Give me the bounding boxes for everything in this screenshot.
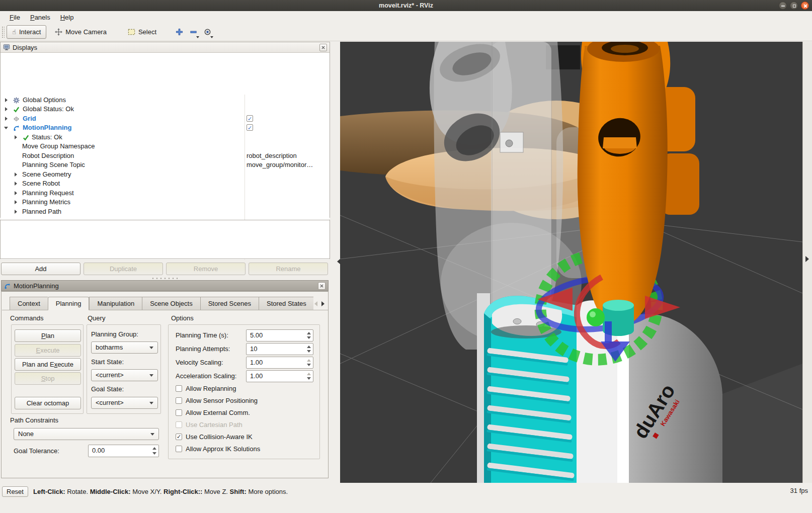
tree-row-label: Planning Scene Topic (22, 160, 85, 169)
checkbox-icon[interactable] (176, 397, 182, 404)
goal-tolerance-value: 0.00 (92, 445, 105, 456)
reset-button[interactable]: Reset (2, 486, 28, 497)
allow-external-comm-checkbox-row[interactable]: Allow External Comm. (176, 408, 250, 416)
planning-time-spinner[interactable]: 5.00 (246, 329, 313, 341)
minus-icon (190, 28, 197, 36)
tab-scene-objects[interactable]: Scene Objects (142, 297, 200, 310)
interact-tool-button[interactable]: ☝ Interact (7, 25, 46, 39)
toolbar-drag-handle[interactable] (2, 26, 5, 38)
tree-row-label: Status: Ok (32, 133, 62, 142)
tree-row-global-status[interactable]: Global Status: Ok (1, 105, 330, 114)
menu-file[interactable]: File (5, 13, 25, 22)
chevron-down-icon (150, 433, 154, 436)
tree-row-motionplanning[interactable]: MotionPlanning (1, 123, 330, 132)
tree-row-planning-scene-topic[interactable]: Planning Scene Topic move_group/monitor… (1, 160, 330, 169)
tree-row-global-options[interactable]: Global Options (1, 96, 330, 105)
tree-row-move-group-namespace[interactable]: Move Group Namespace (1, 142, 330, 151)
expander-icon[interactable] (15, 182, 17, 186)
menu-panels[interactable]: Panels (26, 13, 55, 22)
plan-and-execute-button[interactable]: Plan and Execute (15, 358, 81, 371)
tab-scroll-right-button[interactable] (319, 298, 327, 309)
grid-icon (13, 116, 20, 122)
expander-icon[interactable] (15, 173, 17, 177)
checkbox-icon[interactable] (176, 446, 182, 452)
expander-icon[interactable] (5, 117, 8, 121)
tree-row-scene-geometry[interactable]: Scene Geometry (1, 170, 330, 179)
motionplanning-enabled-checkbox[interactable] (247, 124, 253, 131)
goal-state-label: Goal State: (91, 385, 124, 393)
tab-stored-scenes[interactable]: Stored Scenes (200, 297, 259, 310)
spin-down-icon[interactable] (307, 336, 311, 339)
start-state-value: <current> (96, 371, 124, 379)
planning-group-select[interactable]: botharms (91, 341, 158, 354)
spin-down-icon[interactable] (152, 452, 156, 455)
expander-icon[interactable] (5, 107, 8, 111)
minimize-button[interactable] (779, 2, 787, 10)
expander-icon[interactable] (15, 210, 17, 214)
tree-row-scene-robot[interactable]: Scene Robot (1, 179, 330, 188)
tree-row-planning-request[interactable]: Planning Request (1, 189, 330, 198)
expander-icon[interactable] (4, 127, 8, 129)
goal-tolerance-spinner[interactable]: 0.00 (88, 445, 159, 457)
tab-planning[interactable]: Planning (48, 297, 90, 310)
move-camera-tool-button[interactable]: Move Camera (49, 25, 112, 39)
focus-camera-tool-button[interactable] (200, 26, 214, 39)
add-display-button[interactable]: Add (1, 263, 80, 275)
tree-row-value[interactable]: move_group/monitor… (247, 160, 313, 169)
expand-right-panel-arrow[interactable] (805, 256, 809, 262)
goal-state-select[interactable]: <current> (91, 397, 158, 409)
stop-button: Stop (15, 372, 81, 385)
use-collision-aware-ik-checkbox-row[interactable]: Use Collision-Aware IK (176, 433, 253, 441)
maximize-button[interactable] (790, 2, 798, 10)
spin-up-icon[interactable] (307, 332, 311, 334)
tree-row-grid[interactable]: Grid (1, 114, 330, 123)
zoom-out-tool-button[interactable] (186, 26, 200, 39)
fps-counter: 31 fps (790, 487, 808, 494)
close-button[interactable] (801, 2, 809, 10)
spin-up-icon[interactable] (307, 373, 311, 375)
window-title: moveit.rviz* - RViz (0, 0, 812, 11)
tree-row-label: Robot Description (22, 151, 74, 160)
tree-row-planned-path[interactable]: Planned Path (1, 207, 330, 216)
tree-row-value[interactable]: robot_description (247, 151, 297, 160)
expander-icon[interactable] (5, 98, 8, 102)
grid-enabled-checkbox[interactable] (247, 115, 253, 122)
planning-attempts-spinner[interactable]: 10 (246, 343, 313, 355)
velocity-scaling-spinner[interactable]: 1.00 (246, 357, 313, 369)
checkbox-icon[interactable] (176, 385, 182, 392)
tree-row-mp-status[interactable]: Status: Ok (1, 133, 330, 142)
tab-context[interactable]: Context (10, 297, 48, 310)
acceleration-scaling-spinner[interactable]: 1.00 (246, 370, 313, 382)
tab-stored-states[interactable]: Stored States (259, 297, 313, 310)
displays-close-button[interactable] (319, 44, 327, 51)
start-state-select[interactable]: <current> (91, 369, 158, 381)
checkbox-icon[interactable] (176, 434, 182, 440)
clear-octomap-button[interactable]: Clear octomap (15, 397, 81, 409)
plan-button[interactable]: Plan (15, 329, 81, 342)
spin-up-icon[interactable] (307, 359, 311, 362)
allow-sensor-positioning-checkbox-row[interactable]: Allow Sensor Positioning (176, 396, 258, 404)
path-constraints-select[interactable]: None (14, 428, 159, 440)
spin-down-icon[interactable] (307, 364, 311, 366)
allow-approx-ik-checkbox-row[interactable]: Allow Approx IK Solutions (176, 445, 260, 453)
allow-replanning-checkbox-row[interactable]: Allow Replanning (176, 384, 236, 392)
checkbox-icon[interactable] (176, 409, 182, 416)
motionplanning-panel-header[interactable]: MotionPlanning (1, 280, 329, 291)
motionplanning-close-button[interactable] (318, 282, 326, 290)
zoom-in-tool-button[interactable] (172, 26, 186, 39)
spin-down-icon[interactable] (307, 350, 311, 353)
select-tool-button[interactable]: Select (122, 25, 162, 39)
tab-manipulation[interactable]: Manipulation (89, 297, 142, 310)
panel-splitter-handle[interactable] (151, 278, 179, 279)
planning-time-label: Planning Time (s): (176, 331, 228, 339)
tree-row-robot-description[interactable]: Robot Description robot_description (1, 151, 330, 160)
3d-viewport[interactable]: duAro Kawasaki (340, 42, 802, 483)
tree-row-planning-metrics[interactable]: Planning Metrics (1, 198, 330, 207)
menu-help[interactable]: Help (56, 13, 78, 22)
expander-icon[interactable] (15, 191, 17, 195)
spin-up-icon[interactable] (307, 346, 311, 348)
spin-down-icon[interactable] (307, 377, 311, 380)
expander-icon[interactable] (15, 200, 17, 204)
expander-icon[interactable] (15, 135, 17, 139)
spin-up-icon[interactable] (152, 447, 156, 450)
